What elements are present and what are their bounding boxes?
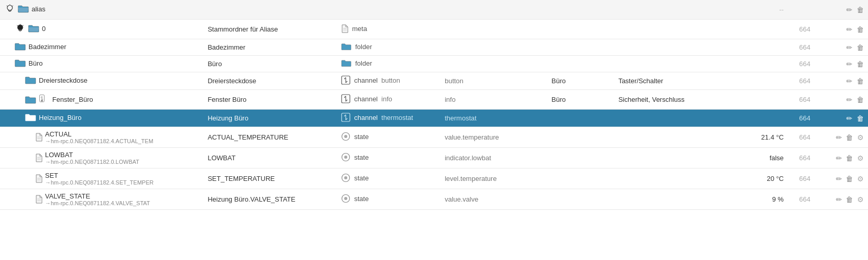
delete-button[interactable]: 🗑: [846, 133, 853, 142]
svg-point-0: [7, 5, 12, 10]
delete-button[interactable]: 🗑: [846, 195, 853, 204]
item-sub: →hm-rpc.0.NEQ0871182.0.LOWBAT: [45, 159, 139, 165]
gear-button[interactable]: ⚙: [857, 154, 864, 162]
id-cell: 664: [788, 90, 815, 110]
type-cell: channel info: [337, 90, 440, 110]
value-cell: false: [721, 148, 788, 169]
alias-cell: Büro: [203, 56, 337, 72]
file-icon: [35, 195, 42, 204]
id-cell: 664: [788, 148, 815, 169]
table-row[interactable]: Heizung_Büro Heizung Büro channel thermo…: [0, 110, 868, 127]
delete-button[interactable]: 🗑: [857, 25, 864, 34]
table-row[interactable]: ACTUAL →hm-rpc.0.NEQ0871182.4.ACTUAL_TEM…: [0, 127, 868, 148]
type-badge: folder: [341, 43, 372, 51]
objects-table: alias -- ✏ 🗑: [0, 0, 868, 210]
type-cell: channel button: [337, 72, 440, 90]
file-icon: [35, 154, 42, 162]
alias-cell: Stammordner für Aliase: [203, 20, 337, 39]
id-cell: 664: [788, 189, 815, 210]
table-row[interactable]: 0 Stammordner für Aliase meta 664 ✏ 🗑: [0, 20, 868, 39]
name-cell: VALVE_STATE →hm-rpc.0.NEQ0871182.4.VALVE…: [0, 189, 203, 210]
actions-cell: ✏ 🗑 ⚙: [815, 148, 868, 169]
value-cell: [721, 20, 788, 39]
table-row[interactable]: LOWBAT →hm-rpc.0.NEQ0871182.0.LOWBAT LOW…: [0, 148, 868, 169]
function-cell: [614, 169, 721, 189]
edit-button[interactable]: ✏: [846, 77, 852, 85]
alias-cell: Heizung Büro.VALVE_STATE: [203, 189, 337, 210]
delete-button[interactable]: 🗑: [857, 77, 864, 85]
type-badge: state: [341, 132, 369, 141]
edit-button[interactable]: ✏: [846, 25, 852, 34]
value-display: 20 °C: [767, 175, 784, 182]
id-cell: 664: [788, 20, 815, 39]
bulb-icon: [4, 3, 16, 14]
delete-button[interactable]: 🗑: [857, 6, 864, 14]
table-row[interactable]: Fenster_Büro Fenster Büro channel info i…: [0, 90, 868, 110]
role-cell: value.valve: [440, 189, 547, 210]
type-badge: state: [341, 173, 369, 182]
edit-button[interactable]: ✏: [846, 6, 852, 14]
name-cell: SET →hm-rpc.0.NEQ0871182.4.SET_TEMPER: [0, 169, 203, 189]
folder-icon: [25, 96, 36, 104]
edit-button[interactable]: ✏: [836, 154, 842, 162]
room-cell: [548, 110, 614, 127]
value-display: false: [770, 154, 784, 162]
folder-icon: [14, 42, 26, 51]
table-row[interactable]: VALVE_STATE →hm-rpc.0.NEQ0871182.4.VALVE…: [0, 189, 868, 210]
type-badge: channel info: [341, 94, 392, 103]
room-cell: [548, 189, 614, 210]
edit-button[interactable]: ✏: [846, 60, 852, 68]
svg-point-44: [344, 197, 347, 200]
function-cell: [614, 20, 721, 39]
function-cell: [614, 110, 721, 127]
delete-button[interactable]: 🗑: [857, 114, 864, 123]
edit-button[interactable]: ✏: [836, 133, 842, 142]
item-name: ACTUAL: [45, 130, 153, 138]
delete-button[interactable]: 🗑: [846, 154, 853, 162]
item-name: LOWBAT: [45, 151, 139, 159]
folder-icon: [25, 113, 36, 121]
table-row[interactable]: Dreiersteckdose Dreiersteckdose channel …: [0, 72, 868, 90]
value-display: 21.4 °C: [761, 133, 784, 141]
actions-cell: ✏ 🗑: [815, 90, 868, 110]
name-cell: Dreiersteckdose: [0, 72, 203, 90]
function-cell: Sicherheit, Verschluss: [614, 90, 721, 110]
name-cell: ACTUAL →hm-rpc.0.NEQ0871182.4.ACTUAL_TEM: [0, 127, 203, 148]
gear-button[interactable]: ⚙: [857, 133, 864, 142]
delete-button[interactable]: 🗑: [846, 175, 853, 183]
function-cell: [614, 148, 721, 169]
svg-point-32: [344, 135, 347, 138]
value-cell: 21.4 °C: [721, 127, 788, 148]
key-icon: [39, 93, 50, 106]
alias-cell: Badezimmer: [203, 39, 337, 56]
gear-button[interactable]: ⚙: [857, 175, 864, 183]
edit-button[interactable]: ✏: [846, 114, 852, 123]
name-cell: Fenster_Büro: [0, 90, 203, 110]
alias-cell: SET_TEMPERATURE: [203, 169, 337, 189]
item-name: Fenster_Büro: [52, 96, 93, 103]
actions-cell: ✏ 🗑: [815, 0, 868, 20]
table-row[interactable]: Badezimmer Badezimmer folder 664 ✏ 🗑: [0, 39, 868, 56]
edit-button[interactable]: ✏: [846, 96, 852, 104]
role-cell: indicator.lowbat: [440, 148, 547, 169]
table-row[interactable]: alias -- ✏ 🗑: [0, 0, 868, 20]
id-cell: 664: [788, 39, 815, 56]
delete-button[interactable]: 🗑: [857, 96, 864, 104]
edit-button[interactable]: ✏: [836, 195, 842, 204]
delete-button[interactable]: 🗑: [857, 43, 864, 52]
function-cell: [614, 127, 721, 148]
type-cell: folder: [337, 56, 440, 72]
edit-button[interactable]: ✏: [846, 43, 852, 52]
function-cell: Taster/Schalter: [614, 72, 721, 90]
delete-button[interactable]: 🗑: [857, 60, 864, 68]
gear-button[interactable]: ⚙: [857, 195, 864, 204]
table-row[interactable]: SET →hm-rpc.0.NEQ0871182.4.SET_TEMPER SE…: [0, 169, 868, 189]
edit-button[interactable]: ✏: [836, 175, 842, 183]
value-cell: [721, 39, 788, 56]
table-row[interactable]: Büro Büro folder 664 ✏ 🗑: [0, 56, 868, 72]
type-badge: folder: [341, 59, 372, 67]
state-icon: [341, 173, 350, 182]
item-name: SET: [45, 172, 154, 179]
role-cell: button: [440, 72, 547, 90]
id-cell: 664: [788, 72, 815, 90]
